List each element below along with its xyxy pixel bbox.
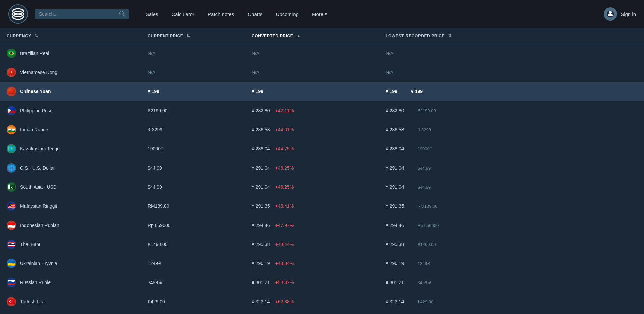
- current-price-cell: S/.218.00: [141, 311, 245, 314]
- current-price-value: N/A: [148, 70, 155, 75]
- lowest-price-orig: RM189.00: [418, 204, 438, 209]
- flag-icon: 🇰🇿: [7, 144, 16, 153]
- converted-price-diff: +44.01%: [275, 127, 294, 132]
- flag-icon: 🇻🇳: [7, 68, 16, 77]
- col-header-currency[interactable]: CURRENCY ⇅: [0, 28, 141, 44]
- currency-name: Philippine Peso: [20, 108, 53, 113]
- nav-calculator[interactable]: Calculator: [166, 9, 201, 20]
- lowest-price-value: ¥ 323.14: [386, 299, 404, 304]
- converted-price-diff: +44.75%: [275, 146, 294, 151]
- nav-more[interactable]: More ▾: [306, 8, 333, 20]
- current-price-value: Rp 659000: [148, 223, 171, 228]
- current-price-value: ฿1490.00: [148, 242, 168, 247]
- converted-price-value: N/A: [252, 51, 259, 56]
- navbar: Sales Calculator Patch notes Charts Upco…: [0, 0, 644, 28]
- currency-name: Chinese Yuan: [20, 89, 51, 94]
- lowest-price-value: ¥ 291.04: [386, 184, 404, 190]
- flag-icon: 🇵🇭: [7, 106, 16, 115]
- lowest-price-cell: ¥ 286.58₹ 3299: [379, 120, 644, 139]
- currency-cell: 🇺🇦 Ukrainian Hryvnia: [0, 254, 141, 273]
- table-row[interactable]: 🇮🇩 Indonesian Rupiah Rp 659000¥ 294.46+4…: [0, 216, 644, 235]
- lowest-price-orig: ¥ 199: [411, 89, 423, 94]
- col-header-converted-price[interactable]: CONVERTED PRICE ▲: [245, 28, 379, 44]
- flag-icon: 🇧🇷: [7, 49, 16, 58]
- converted-price-value: ¥ 323.14: [252, 299, 270, 304]
- flag-icon: 🇵🇰: [7, 182, 16, 192]
- col-header-lowest-price[interactable]: LOWEST RECORDED PRICE ⇅: [379, 28, 644, 44]
- lowest-price-cell: ¥ 291.04$44.99: [379, 159, 644, 178]
- nav-sales[interactable]: Sales: [140, 9, 164, 20]
- lowest-price-cell: ¥ 282.80₱2199.00: [379, 101, 644, 120]
- table-row[interactable]: 🇵🇭 Philippine Peso ₱2199.00¥ 282.80+42.1…: [0, 101, 644, 120]
- converted-price-value: N/A: [252, 70, 259, 75]
- lowest-price-value: ¥ 295.38: [386, 242, 404, 247]
- converted-price-diff: +47.97%: [275, 223, 294, 228]
- currency-table-container: CURRENCY ⇅ CURRENT PRICE ⇅ CONVERTED PRI…: [0, 28, 644, 314]
- flag-icon: 🇹🇷: [7, 297, 16, 306]
- table-row[interactable]: 🇹🇭 Thai Baht ฿1490.00¥ 295.38+48.44%¥ 29…: [0, 235, 644, 254]
- table-row[interactable]: 🇨🇳 Chinese Yuan ¥ 199¥ 199¥ 199¥ 199: [0, 82, 644, 101]
- table-row[interactable]: 🇵🇪 Peruvian Sol S/.218.00¥ 355.67+78.73%…: [0, 311, 644, 314]
- currency-cell: 🇨🇳 Chinese Yuan: [0, 82, 141, 101]
- nav-charts[interactable]: Charts: [241, 9, 268, 20]
- nav-upcoming[interactable]: Upcoming: [270, 9, 305, 20]
- lowest-price-cell: ¥ 291.35RM189.00: [379, 197, 644, 216]
- lowest-price-orig: ₱2199.00: [418, 108, 436, 113]
- lowest-price-cell: ¥ 355.67S/.218.00: [379, 311, 644, 314]
- converted-price-diff: +53.37%: [275, 280, 294, 285]
- lowest-price-value: ¥ 291.04: [386, 165, 404, 171]
- table-row[interactable]: 🇰🇿 Kazakhstani Tenge 19000₸¥ 288.04+44.7…: [0, 139, 644, 159]
- table-row[interactable]: 🇲🇾 Malaysian Ringgit RM189.00¥ 291.35+46…: [0, 197, 644, 216]
- table-row[interactable]: 🇮🇳 Indian Rupee ₹ 3299¥ 286.58+44.01%¥ 2…: [0, 120, 644, 139]
- flag-icon: 🇹🇭: [7, 240, 16, 249]
- current-price-value: ₺429,00: [148, 299, 165, 304]
- table-row[interactable]: 🇷🇺 Russian Ruble 3499 ₽¥ 305.21+53.37%¥ …: [0, 273, 644, 292]
- search-input[interactable]: [39, 11, 117, 17]
- table-header-row: CURRENCY ⇅ CURRENT PRICE ⇅ CONVERTED PRI…: [0, 28, 644, 44]
- lowest-price-orig: ₺429,00: [418, 299, 434, 304]
- current-price-cell: Rp 659000: [141, 216, 245, 235]
- lowest-price-value: ¥ 296.19: [386, 261, 404, 266]
- current-price-value: 19000₸: [148, 146, 164, 151]
- lowest-price-orig: ฿1490.00: [418, 242, 436, 247]
- lowest-price-value: ¥ 305.21: [386, 280, 404, 285]
- current-price-value: 3499 ₽: [148, 280, 162, 285]
- converted-price-cell: N/A: [245, 63, 379, 82]
- current-price-cell: 19000₸: [141, 139, 245, 159]
- table-body: 🇧🇷 Brazilian Real N/AN/AN/A 🇻🇳 Vietnames…: [0, 44, 644, 314]
- table-row[interactable]: 🇺🇦 Ukrainian Hryvnia 1249₴¥ 296.19+48.84…: [0, 254, 644, 273]
- table-row[interactable]: 🇻🇳 Vietnamese Dong N/AN/AN/A: [0, 63, 644, 82]
- converted-price-value: ¥ 305.21: [252, 280, 270, 285]
- lowest-price-cell: ¥ 294.46Rp 659000: [379, 216, 644, 235]
- table-row[interactable]: 🇧🇷 Brazilian Real N/AN/AN/A: [0, 44, 644, 63]
- lowest-price-cell: ¥ 291.04$44.99: [379, 178, 644, 197]
- lowest-price-cell: ¥ 199¥ 199: [379, 82, 644, 101]
- converted-price-cell: ¥ 291.04+46.25%: [245, 178, 379, 197]
- site-logo[interactable]: [8, 4, 28, 24]
- current-price-cell: RM189.00: [141, 197, 245, 216]
- table-row[interactable]: 🇹🇷 Turkish Lira ₺429,00¥ 323.14+62.38%¥ …: [0, 292, 644, 311]
- signin-area[interactable]: Sign in: [604, 7, 636, 21]
- current-price-value: $44.99: [148, 184, 162, 190]
- currency-name: Kazakhstani Tenge: [20, 146, 60, 151]
- currency-name: Vietnamese Dong: [20, 70, 57, 75]
- flag-icon: 🇲🇾: [7, 201, 16, 211]
- sort-arrow-current: ⇅: [186, 34, 190, 38]
- chevron-down-icon: ▾: [325, 11, 327, 17]
- current-price-value: N/A: [148, 51, 155, 56]
- lowest-price-orig: ₹ 3299: [418, 127, 431, 132]
- signin-label[interactable]: Sign in: [621, 11, 636, 17]
- current-price-value: ₱2199.00: [148, 108, 168, 113]
- col-header-current-price[interactable]: CURRENT PRICE ⇅: [141, 28, 245, 44]
- search-box[interactable]: [35, 9, 129, 19]
- currency-table: CURRENCY ⇅ CURRENT PRICE ⇅ CONVERTED PRI…: [0, 28, 644, 314]
- current-price-cell: 3499 ₽: [141, 273, 245, 292]
- table-row[interactable]: 🌐 CIS - U.S. Dollar $44.99¥ 291.04+46.25…: [0, 159, 644, 178]
- lowest-price-value: ¥ 291.35: [386, 203, 404, 209]
- currency-cell: 🇵🇰 South Asia - USD: [0, 178, 141, 197]
- converted-price-cell: ¥ 305.21+53.37%: [245, 273, 379, 292]
- table-row[interactable]: 🇵🇰 South Asia - USD $44.99¥ 291.04+46.25…: [0, 178, 644, 197]
- current-price-cell: $44.99: [141, 159, 245, 178]
- converted-price-diff: +46.25%: [275, 184, 294, 190]
- nav-patch-notes[interactable]: Patch notes: [202, 9, 240, 20]
